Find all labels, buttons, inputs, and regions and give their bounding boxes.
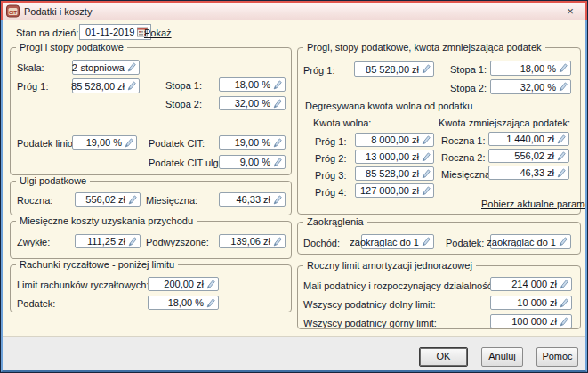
- podatek-cit-label: Podatek CIT:: [149, 138, 205, 149]
- kw-prog3-label: Próg 3:: [315, 170, 346, 181]
- r-stopa2-field[interactable]: 32,00 %: [490, 79, 571, 94]
- kw-prog1-field[interactable]: 8 000,00 zł: [355, 133, 434, 147]
- date-state-label: Stan na dzień:: [16, 28, 78, 38]
- window-title: Podatki i koszty: [24, 6, 92, 17]
- skala-label: Skala:: [17, 62, 44, 73]
- gorny-limit-field[interactable]: 100 000 zł: [490, 314, 572, 328]
- group-progi-i-stopy-legend: Progi i stopy podatkowe: [16, 42, 127, 53]
- pencil-icon: [273, 195, 282, 205]
- show-link[interactable]: Pokaż: [144, 28, 172, 38]
- title-bar: CIT Podatki i koszty ×: [1, 1, 587, 20]
- r-prog1-field[interactable]: 85 528,00 zł: [354, 61, 434, 77]
- pencil-icon: [559, 63, 568, 73]
- date-input[interactable]: 01-11-2019: [79, 24, 151, 40]
- date-value: 01-11-2019: [85, 27, 134, 37]
- kw-prog3-field[interactable]: 85 528,00 zł: [355, 166, 434, 181]
- zaokr-podatek-field[interactable]: zaokrąglać do 1: [490, 234, 571, 249]
- ulga-roczna-field[interactable]: 556,02 zł: [75, 192, 141, 207]
- pencil-icon: [273, 138, 282, 148]
- ulga-miesieczna-label: Miesięczna:: [146, 195, 197, 206]
- r-stopa2-label: Stopa 2:: [450, 83, 487, 93]
- mali-podatnicy-label: Mali podatnicy i rozpoczynający działaln…: [303, 280, 521, 291]
- koszty-zwykle-label: Zwykłe:: [17, 237, 50, 247]
- pencil-icon: [127, 81, 136, 91]
- dialog-podatki-i-koszty: CIT Podatki i koszty × Stan na dzień: 01…: [0, 0, 588, 373]
- r-stopa1-field[interactable]: 18,00 %: [490, 61, 571, 76]
- skala-field[interactable]: 2-stopniowa: [72, 60, 140, 75]
- svg-text:CIT: CIT: [9, 10, 18, 15]
- pencil-icon: [273, 99, 282, 109]
- ulga-roczna-label: Roczna:: [17, 195, 52, 206]
- limit-rachunkow-label: Limit rachunków ryczałtowych:: [17, 280, 149, 290]
- ulga-miesieczna-field[interactable]: 46,33 zł: [219, 192, 286, 207]
- stopa2-field[interactable]: 32,00 %: [219, 96, 286, 110]
- close-icon[interactable]: ×: [560, 4, 581, 19]
- kw-prog4-field[interactable]: 127 000,00 zł: [355, 183, 434, 198]
- kwota-wolna-header: Kwota wolna:: [313, 118, 371, 128]
- koszty-podwyzszone-field[interactable]: 139,06 zł: [219, 234, 286, 248]
- pencil-icon: [273, 158, 282, 167]
- pencil-icon: [557, 168, 566, 178]
- stopa2-label: Stopa 2:: [165, 99, 202, 109]
- ok-button[interactable]: OK: [419, 347, 468, 367]
- pencil-icon: [206, 280, 215, 289]
- podatek-cit-field[interactable]: 19,00 %: [219, 135, 286, 150]
- rachunki-podatek-label: Podatek:: [17, 298, 55, 309]
- podatek-liniowy-field[interactable]: 19,00 %: [72, 135, 137, 150]
- pencil-icon: [128, 237, 137, 247]
- pencil-icon: [273, 80, 282, 90]
- group-rachunki-legend: Rachunki ryczałtowe - poniżej limitu: [16, 259, 178, 270]
- pencil-icon: [560, 280, 568, 289]
- pencil-icon: [127, 62, 136, 72]
- r-miesieczna-label: Miesięczna:: [441, 169, 493, 180]
- pencil-icon: [128, 195, 137, 205]
- podatek-cit-ulgowy-field[interactable]: 9,00 %: [219, 155, 286, 169]
- kw-prog2-field[interactable]: 13 000,00 zł: [355, 150, 434, 164]
- group-progi-kwota-legend: Progi, stopy podatkowe, kwota zmniejszaj…: [303, 42, 545, 53]
- pencil-icon: [559, 237, 568, 247]
- pencil-icon: [273, 237, 282, 247]
- kwota-zmniejszajaca-header: Kwota zmniejszająca podatek:: [439, 118, 570, 128]
- dochod-field[interactable]: zaokrąglać do 1: [361, 234, 434, 249]
- download-parameters-link[interactable]: Pobierz aktualne parametry: [481, 199, 588, 209]
- rachunki-podatek-field[interactable]: 18,00 %: [148, 296, 219, 310]
- dochod-label: Dochód:: [303, 238, 340, 248]
- stopa1-label: Stopa 1:: [165, 80, 202, 91]
- group-ulgi-legend: Ulgi podatkowe: [16, 175, 90, 186]
- pencil-icon: [557, 151, 566, 161]
- cancel-button[interactable]: Anuluj: [481, 347, 523, 367]
- pencil-icon: [422, 64, 431, 74]
- help-button[interactable]: Pomoc: [536, 347, 578, 367]
- gorny-limit-label: Wszyscy podatnicy górny limit:: [303, 318, 437, 328]
- degresywna-title: Degresywana kwota wolna od podatku: [305, 101, 472, 111]
- r-stopa1-label: Stopa 1:: [450, 64, 487, 75]
- kw-prog2-label: Próg 2:: [315, 153, 346, 164]
- mali-podatnicy-field[interactable]: 214 000 zł: [490, 277, 572, 291]
- pencil-icon: [422, 237, 431, 247]
- dolny-limit-field[interactable]: 10 000 zł: [490, 296, 572, 310]
- roczna2-field[interactable]: 556,02 zł: [488, 149, 569, 163]
- kw-prog4-label: Próg 4:: [315, 187, 346, 198]
- pencil-icon: [125, 138, 133, 148]
- roczna1-field[interactable]: 1 440,00 zł: [488, 132, 569, 146]
- roczna1-label: Roczna 1:: [441, 135, 486, 146]
- group-koszty-legend: Miesięczne koszty uzyskania przychodu: [16, 215, 197, 226]
- kw-prog1-label: Próg 1:: [315, 136, 346, 147]
- koszty-podwyzszone-label: Podwyższone:: [146, 237, 209, 247]
- r-prog1-label: Próg 1:: [303, 65, 334, 76]
- limit-rachunkow-field[interactable]: 200,00 zł: [148, 277, 219, 291]
- roczna2-label: Roczna 2:: [441, 152, 486, 163]
- dolny-limit-label: Wszyscy podatnicy dolny limit:: [303, 299, 436, 310]
- stopa1-field[interactable]: 18,00 %: [219, 77, 286, 92]
- pencil-icon: [422, 135, 431, 145]
- koszty-zwykle-field[interactable]: 111,25 zł: [75, 234, 141, 248]
- pencil-icon: [560, 317, 568, 327]
- pencil-icon: [422, 169, 431, 179]
- r-miesieczna-field[interactable]: 46,33 zł: [488, 166, 569, 180]
- group-zaokraglenia-legend: Zaokrąglenia: [303, 216, 367, 227]
- pencil-icon: [557, 134, 566, 144]
- group-amortyzacja-legend: Roczny limit amortyzacji jednorazowej: [303, 260, 476, 271]
- prog1-field[interactable]: 85 528,00 zł: [72, 78, 140, 93]
- zaokr-podatek-label: Podatek:: [446, 238, 484, 248]
- pencil-icon: [206, 298, 215, 308]
